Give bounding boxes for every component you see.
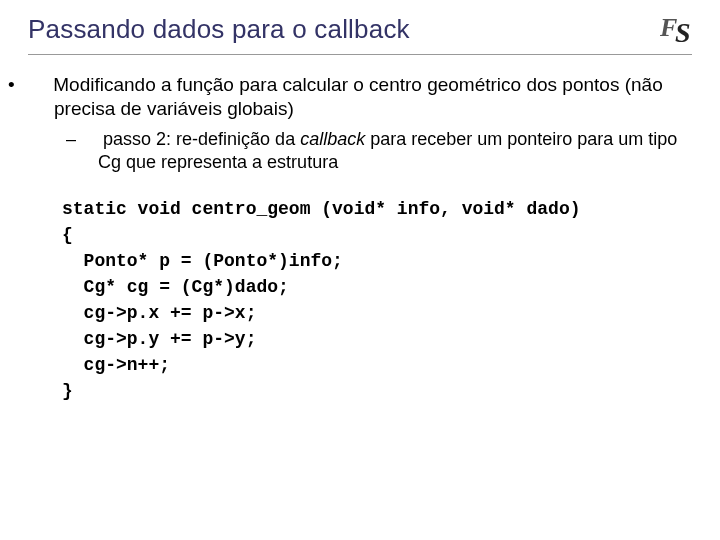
bullet-text-1: Modificando a função para calcular o cen… bbox=[53, 74, 662, 119]
sub-text-a: passo 2: re-definição da bbox=[103, 129, 300, 149]
slide-title: Passando dados para o callback bbox=[28, 14, 410, 45]
title-divider bbox=[28, 54, 692, 55]
sub-bullet-list: passo 2: re-definição da callback para r… bbox=[54, 128, 692, 174]
bullet-item-1: Modificando a função para calcular o cen… bbox=[32, 73, 692, 174]
code-block: static void centro_geom (void* info, voi… bbox=[62, 196, 692, 405]
sub-bullet-1: passo 2: re-definição da callback para r… bbox=[82, 128, 692, 174]
svg-text:S: S bbox=[675, 17, 691, 46]
fs-logo-icon: F S bbox=[660, 12, 702, 46]
slide: Passando dados para o callback F S Modif… bbox=[0, 0, 720, 540]
logo: F S bbox=[660, 12, 702, 50]
title-row: Passando dados para o callback F S bbox=[28, 14, 692, 50]
bullet-list: Modificando a função para calcular o cen… bbox=[32, 73, 692, 174]
callback-word: callback bbox=[300, 129, 365, 149]
